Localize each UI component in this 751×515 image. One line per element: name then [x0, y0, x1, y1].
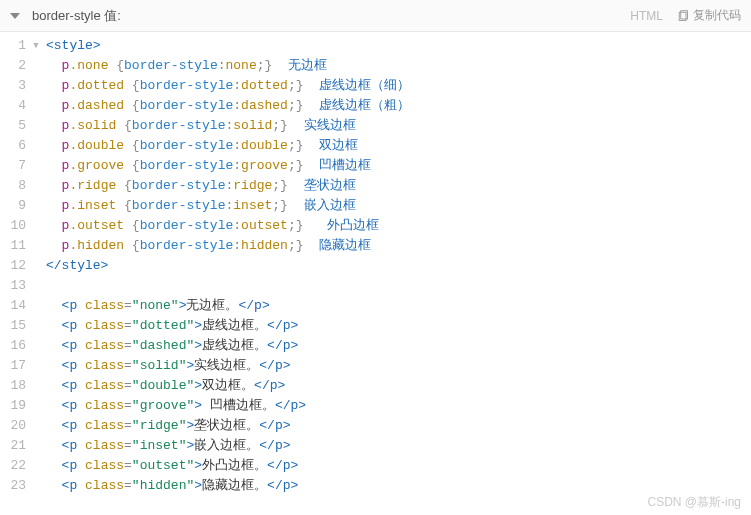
code-area: 1234567891011121314151617181920212223 ▾ … — [0, 32, 751, 496]
line-number: 23 — [0, 476, 26, 496]
line-number: 18 — [0, 376, 26, 396]
code-line: <style> — [46, 36, 751, 56]
code-line: p.solid {border-style:solid;} 实线边框 — [46, 116, 751, 136]
code-header: border-style 值: HTML 复制代码 — [0, 0, 751, 32]
line-number: 12 — [0, 256, 26, 276]
collapse-icon[interactable] — [10, 13, 20, 19]
code-line: <p class="outset">外凸边框。</p> — [46, 456, 751, 476]
fold-marker[interactable]: ▾ — [32, 36, 46, 56]
code-line: p.dashed {border-style:dashed;} 虚线边框（粗） — [46, 96, 751, 116]
code-title: border-style 值: — [32, 7, 630, 25]
line-number: 16 — [0, 336, 26, 356]
code-line: p.ridge {border-style:ridge;} 垄状边框 — [46, 176, 751, 196]
line-number: 3 — [0, 76, 26, 96]
code-line: <p class="dashed">虚线边框。</p> — [46, 336, 751, 356]
copy-label: 复制代码 — [693, 7, 741, 24]
code-line: <p class="double">双边框。</p> — [46, 376, 751, 396]
code-line — [46, 276, 751, 296]
line-gutter: 1234567891011121314151617181920212223 — [0, 36, 32, 496]
code-line: p.inset {border-style:inset;} 嵌入边框 — [46, 196, 751, 216]
copy-button[interactable]: 复制代码 — [677, 7, 741, 24]
copy-icon — [677, 10, 689, 22]
line-number: 7 — [0, 156, 26, 176]
line-number: 11 — [0, 236, 26, 256]
code-line: <p class="groove"> 凹槽边框。</p> — [46, 396, 751, 416]
line-number: 9 — [0, 196, 26, 216]
code-line: <p class="ridge">垄状边框。</p> — [46, 416, 751, 436]
language-label: HTML — [630, 9, 663, 23]
code-line: <p class="inset">嵌入边框。</p> — [46, 436, 751, 456]
line-number: 14 — [0, 296, 26, 316]
code-line: <p class="dotted">虚线边框。</p> — [46, 316, 751, 336]
code-line: <p class="solid">实线边框。</p> — [46, 356, 751, 376]
code-line: p.hidden {border-style:hidden;} 隐藏边框 — [46, 236, 751, 256]
line-number: 17 — [0, 356, 26, 376]
code-line: p.outset {border-style:outset;} 外凸边框 — [46, 216, 751, 236]
line-number: 10 — [0, 216, 26, 236]
line-number: 15 — [0, 316, 26, 336]
code-line: p.dotted {border-style:dotted;} 虚线边框（细） — [46, 76, 751, 96]
line-number: 19 — [0, 396, 26, 416]
line-number: 2 — [0, 56, 26, 76]
fold-column: ▾ — [32, 36, 46, 496]
code-line: <p class="none">无边框。</p> — [46, 296, 751, 316]
line-number: 1 — [0, 36, 26, 56]
line-number: 13 — [0, 276, 26, 296]
code-line: p.none {border-style:none;} 无边框 — [46, 56, 751, 76]
line-number: 6 — [0, 136, 26, 156]
watermark: CSDN @慕斯-ing — [647, 494, 741, 511]
code-line: p.groove {border-style:groove;} 凹槽边框 — [46, 156, 751, 176]
line-number: 22 — [0, 456, 26, 476]
code-line: p.double {border-style:double;} 双边框 — [46, 136, 751, 156]
code-line: <p class="hidden">隐藏边框。</p> — [46, 476, 751, 496]
line-number: 8 — [0, 176, 26, 196]
code-line: </style> — [46, 256, 751, 276]
line-number: 4 — [0, 96, 26, 116]
line-number: 5 — [0, 116, 26, 136]
code-content[interactable]: <style> p.none {border-style:none;} 无边框 … — [46, 36, 751, 496]
line-number: 21 — [0, 436, 26, 456]
line-number: 20 — [0, 416, 26, 436]
